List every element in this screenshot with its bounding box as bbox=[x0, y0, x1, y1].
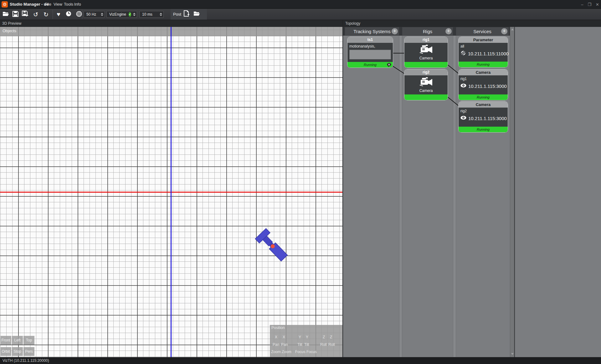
video-camera-icon bbox=[419, 44, 434, 56]
service-card-camera-rig2[interactable]: Camera rig2 10.211.1.115:3000 Running bbox=[459, 102, 508, 132]
service-card-parameter[interactable]: Parameter all 10.211.1.115:11000 Running bbox=[459, 37, 508, 67]
tracking-system-card-ts1[interactable]: ts1 motionanalysis, Running bbox=[347, 37, 393, 68]
position-panel-title: Position bbox=[271, 326, 285, 330]
tracking-config-field[interactable] bbox=[349, 50, 391, 59]
toolbar: ↺ ↻ ♥ 50 Hz VizEngine ✓ 10 ms Post bbox=[0, 9, 601, 20]
engine-status-check-icon: ✓ bbox=[129, 12, 131, 17]
health-button[interactable]: ♥ bbox=[54, 10, 63, 19]
pos-y-control[interactable]: Y bbox=[306, 335, 308, 339]
roll-control[interactable]: Roll bbox=[328, 342, 335, 347]
service-target-label: all bbox=[460, 44, 506, 48]
save-as-button[interactable] bbox=[21, 10, 29, 19]
view-front-button[interactable]: Front bbox=[0, 336, 11, 345]
app-logo-icon: ⚙ bbox=[2, 1, 8, 8]
focus-control[interactable]: Focus bbox=[306, 350, 317, 354]
view-left-button[interactable]: Left bbox=[12, 336, 23, 345]
view-stop-button[interactable]: Stop bbox=[12, 347, 23, 356]
open-post-button[interactable] bbox=[193, 10, 201, 18]
topology-canvas: Tracking Systems + Rigs + Services + bbox=[343, 27, 601, 357]
service-target-label: rig1 bbox=[460, 77, 506, 81]
zoom-control[interactable]: Zoom bbox=[271, 350, 281, 354]
menu-info[interactable]: Info bbox=[72, 0, 83, 9]
spinner-icon[interactable] bbox=[133, 13, 136, 16]
topology-scrollbar[interactable] bbox=[510, 27, 514, 357]
target-icon bbox=[76, 11, 82, 18]
app-window: ⚙ Studio Manager - ue File View Tools In… bbox=[0, 0, 601, 364]
new-post-button[interactable] bbox=[182, 10, 191, 18]
add-service-button[interactable]: + bbox=[501, 28, 507, 34]
status-bar-running: Running bbox=[459, 127, 508, 132]
timing-button[interactable] bbox=[64, 10, 73, 19]
status-text: Running bbox=[364, 63, 377, 67]
objects-tab[interactable]: Objects bbox=[3, 28, 16, 33]
save-icon bbox=[13, 11, 18, 18]
save-button[interactable] bbox=[11, 10, 19, 19]
pos-z-control[interactable]: Z bbox=[323, 335, 325, 339]
open-project-button[interactable] bbox=[2, 10, 10, 19]
minimize-button[interactable]: – bbox=[581, 2, 583, 7]
heart-icon: ♥ bbox=[57, 11, 60, 18]
pan-control[interactable]: Pan bbox=[273, 342, 279, 347]
column-splitter[interactable] bbox=[453, 36, 456, 357]
add-rig-button[interactable]: + bbox=[445, 28, 452, 34]
card-title: ts1 bbox=[347, 37, 393, 43]
status-text: Running bbox=[477, 63, 490, 66]
panel-divider bbox=[514, 27, 515, 357]
zoom-control[interactable]: Zoom bbox=[282, 350, 291, 354]
tilt-control[interactable]: Tilt bbox=[304, 342, 309, 347]
post-section: Post bbox=[171, 9, 207, 20]
status-bar-running: Running bbox=[347, 62, 393, 68]
pos-y-control[interactable]: Y bbox=[299, 335, 301, 339]
service-card-camera-rig1[interactable]: Camera rig1 10.211.1.115:3000 Running bbox=[459, 69, 508, 100]
column-title: Rigs bbox=[423, 29, 432, 34]
service-address: 10.211.1.115:3000 bbox=[468, 116, 507, 121]
camera-3d-object[interactable] bbox=[250, 226, 297, 268]
rig-card-rig2[interactable]: rig2 Camera bbox=[404, 69, 448, 100]
pan-control[interactable]: Pan bbox=[281, 342, 288, 347]
comment-bubble-icon[interactable] bbox=[387, 63, 391, 67]
engine-value: VizEngine bbox=[109, 12, 126, 17]
column-rigs: Rigs + bbox=[402, 27, 453, 35]
add-tracking-system-button[interactable]: + bbox=[392, 28, 398, 34]
spinner-icon[interactable] bbox=[160, 13, 162, 16]
preview-panel-title: 3D Preview bbox=[0, 20, 342, 27]
engine-select[interactable]: VizEngine ✓ bbox=[106, 11, 137, 18]
main-content: 3D Preview Objects bbox=[0, 20, 601, 357]
column-splitter[interactable] bbox=[399, 36, 402, 357]
topology-panel: Topology Tracking Systems + Rigs + Servi… bbox=[342, 20, 601, 357]
rig-card-rig1[interactable]: rig1 Camera bbox=[404, 37, 448, 68]
service-address: 10.211.1.115:3000 bbox=[468, 83, 507, 89]
service-address: 10.211.1.115:11000 bbox=[468, 51, 509, 56]
focus-control[interactable]: Focus bbox=[295, 350, 306, 354]
status-bar-running: Running bbox=[459, 62, 508, 67]
scroll-up-icon[interactable] bbox=[511, 28, 514, 30]
topology-panel-title: Topology bbox=[343, 20, 601, 27]
rig-type-label: Camera bbox=[419, 56, 433, 60]
connection-status-text: VizTH (10.211.1.115:20000) bbox=[3, 358, 49, 363]
pos-x-control[interactable]: X bbox=[275, 335, 277, 339]
view-pers-button[interactable]: Pers bbox=[23, 347, 34, 356]
view-top-button[interactable]: Top bbox=[23, 336, 34, 345]
close-button[interactable]: ✕ bbox=[596, 2, 599, 7]
view-orbit-button[interactable]: Orbit bbox=[0, 347, 11, 356]
pos-z-control[interactable]: Z bbox=[330, 335, 332, 339]
spinner-icon[interactable] bbox=[101, 13, 103, 16]
status-bar-running bbox=[404, 62, 448, 68]
card-title: Camera bbox=[459, 69, 508, 75]
folder-icon bbox=[193, 11, 200, 17]
reset-button[interactable]: ↺ bbox=[32, 10, 40, 19]
refresh-button[interactable]: ↻ bbox=[42, 10, 50, 19]
clock-icon bbox=[66, 11, 71, 18]
pos-x-control[interactable]: X bbox=[283, 335, 285, 339]
toolbar-separator bbox=[82, 10, 82, 19]
viewport-grid[interactable]: Objects Front bbox=[0, 27, 342, 357]
delay-select[interactable]: 10 ms bbox=[139, 11, 164, 18]
restore-button[interactable]: ❐ bbox=[588, 2, 591, 7]
tilt-control[interactable]: Tilt bbox=[297, 342, 302, 347]
rotate-cw-icon: ↻ bbox=[44, 11, 49, 18]
scroll-down-icon[interactable] bbox=[511, 353, 514, 355]
frequency-select[interactable]: 50 Hz bbox=[84, 11, 105, 18]
preview-panel: 3D Preview Objects bbox=[0, 20, 342, 357]
titlebar: ⚙ Studio Manager - ue File View Tools In… bbox=[0, 0, 601, 9]
roll-control[interactable]: Roll bbox=[320, 342, 327, 347]
